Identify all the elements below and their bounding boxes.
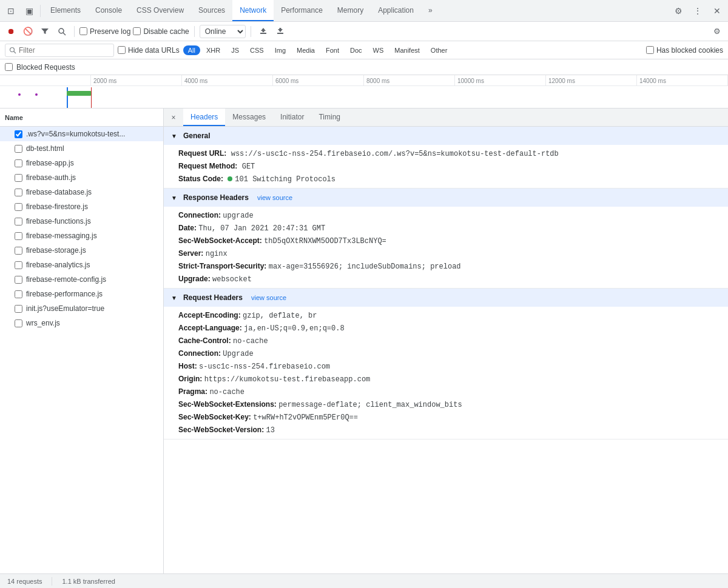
dock-icon[interactable]: ⊡ [2, 2, 19, 19]
file-row-firebase-app[interactable]: firebase-app.js [0, 156, 163, 170]
file-checkbox-firebase-functions[interactable] [15, 218, 22, 226]
timeline-ruler: 2000 ms 4000 ms 6000 ms 8000 ms 10000 ms… [0, 75, 728, 86]
pill-img[interactable]: Img [270, 45, 291, 55]
file-row-firebase-remote-config[interactable]: firebase-remote-config.js [0, 272, 163, 287]
file-row-firebase-storage[interactable]: firebase-storage.js [0, 243, 163, 258]
request-header-row: Origin: https://kumokotsu-test.firebasea… [164, 373, 728, 386]
pill-doc[interactable]: Doc [345, 45, 367, 55]
file-row-firebase-auth[interactable]: firebase-auth.js [0, 170, 163, 185]
pill-js[interactable]: JS [226, 45, 244, 55]
file-row-firebase-functions[interactable]: firebase-functions.js [0, 214, 163, 229]
file-checkbox-wrs-env[interactable] [15, 319, 22, 327]
general-section-header[interactable]: ▼ General [164, 127, 728, 145]
pill-ws[interactable]: WS [368, 45, 389, 55]
request-headers-section-header[interactable]: ▼ Request Headers view source [164, 289, 728, 307]
hide-data-urls-label[interactable]: Hide data URLs [118, 46, 180, 55]
record-button[interactable]: ⏺ [4, 24, 18, 39]
disable-cache-checkbox[interactable] [133, 27, 141, 35]
settings-icon[interactable]: ⚙ [670, 2, 687, 19]
panel-tab-initiator[interactable]: Initiator [273, 109, 311, 126]
panel-tab-headers[interactable]: Headers [183, 109, 225, 126]
file-name-init-use-emulator: init.js?useEmulator=true [26, 304, 104, 313]
response-headers-section: ▼ Response Headers view source Connectio… [164, 189, 728, 289]
status-code-key: Status Code: [178, 175, 223, 183]
header-key: Strict-Transport-Security: [178, 262, 266, 270]
pill-other[interactable]: Other [426, 45, 453, 55]
responsive-icon[interactable]: ▣ [21, 2, 38, 19]
file-checkbox-firebase-firestore[interactable] [15, 203, 22, 211]
file-row-firebase-analytics[interactable]: firebase-analytics.js [0, 258, 163, 272]
tab-memory[interactable]: Memory [330, 0, 371, 21]
file-checkbox-ws-file[interactable] [15, 130, 22, 138]
preserve-log-checkbox[interactable] [79, 27, 87, 35]
tab-network[interactable]: Network [232, 0, 274, 21]
file-checkbox-db-test[interactable] [15, 145, 22, 153]
header-val: Thu, 07 Jan 2021 20:47:31 GMT [198, 224, 325, 233]
file-checkbox-firebase-auth[interactable] [15, 174, 22, 182]
file-checkbox-firebase-analytics[interactable] [15, 261, 22, 269]
file-list-body: .ws?v=5&ns=kumokotsu-test... db-test.htm… [0, 127, 163, 330]
file-checkbox-firebase-performance[interactable] [15, 290, 22, 298]
panel-tab-messages[interactable]: Messages [225, 109, 273, 126]
has-blocked-cookies-label[interactable]: Has blocked cookies [646, 46, 723, 55]
close-devtools-icon[interactable]: ✕ [709, 2, 726, 19]
header-key: Origin: [178, 375, 202, 383]
response-headers-body: Connection: upgradeDate: Thu, 07 Jan 202… [164, 207, 728, 288]
import-har-button[interactable] [256, 24, 271, 39]
file-checkbox-firebase-database[interactable] [15, 189, 22, 196]
request-header-row: Connection: Upgrade [164, 347, 728, 360]
preserve-log-label[interactable]: Preserve log [79, 27, 130, 36]
search-button[interactable] [55, 24, 69, 39]
file-checkbox-firebase-remote-config[interactable] [15, 276, 22, 284]
file-row-firebase-firestore[interactable]: firebase-firestore.js [0, 199, 163, 214]
header-val: max-age=31556926; includeSubDomains; pre… [269, 262, 461, 271]
file-row-init-use-emulator[interactable]: init.js?useEmulator=true [0, 301, 163, 316]
request-header-row: Sec-WebSocket-Version: 13 [164, 424, 728, 436]
file-checkbox-firebase-messaging[interactable] [15, 232, 22, 240]
pill-media[interactable]: Media [292, 45, 320, 55]
throttle-select[interactable]: Online Fast 3G Slow 3G Offline [200, 25, 246, 38]
file-row-db-test[interactable]: db-test.html [0, 141, 163, 156]
file-checkbox-firebase-storage[interactable] [15, 247, 22, 255]
network-settings-icon[interactable]: ⚙ [710, 24, 724, 39]
tab-sources[interactable]: Sources [191, 0, 232, 21]
file-row-firebase-messaging[interactable]: firebase-messaging.js [0, 229, 163, 243]
pill-manifest[interactable]: Manifest [389, 45, 425, 55]
right-panel: × Headers Messages Initiator Timing ▼ Ge… [164, 109, 728, 573]
request-headers-view-source[interactable]: view source [251, 294, 286, 301]
tab-more[interactable]: » [421, 0, 440, 21]
tab-css-overview[interactable]: CSS Overview [129, 0, 191, 21]
hide-data-urls-checkbox[interactable] [118, 46, 126, 54]
file-name-firebase-functions: firebase-functions.js [26, 217, 91, 226]
file-row-firebase-database[interactable]: firebase-database.js [0, 185, 163, 199]
response-headers-view-source[interactable]: view source [257, 194, 292, 201]
pill-css[interactable]: CSS [245, 45, 269, 55]
export-har-button[interactable] [273, 24, 288, 39]
tick-14000: 14000 ms [637, 75, 728, 85]
file-row-wrs-env[interactable]: wrs_env.js [0, 316, 163, 330]
pill-all[interactable]: All [183, 45, 200, 55]
svg-marker-5 [278, 28, 283, 32]
general-section-label: General [183, 132, 211, 140]
filter-button[interactable] [38, 24, 52, 39]
tab-application[interactable]: Application [371, 0, 421, 21]
file-checkbox-init-use-emulator[interactable] [15, 305, 22, 313]
response-headers-section-header[interactable]: ▼ Response Headers view source [164, 189, 728, 207]
more-options-icon[interactable]: ⋮ [689, 2, 706, 19]
tab-performance[interactable]: Performance [274, 0, 330, 21]
tab-console[interactable]: Console [88, 0, 129, 21]
disable-cache-label[interactable]: Disable cache [133, 27, 189, 36]
panel-close-button[interactable]: × [166, 110, 181, 125]
svg-line-1 [63, 33, 66, 35]
file-row-firebase-performance[interactable]: firebase-performance.js [0, 287, 163, 301]
tab-elements[interactable]: Elements [43, 0, 88, 21]
blocked-requests-checkbox[interactable] [5, 63, 13, 71]
pill-xhr[interactable]: XHR [201, 45, 225, 55]
filter-input[interactable] [19, 46, 110, 55]
pill-font[interactable]: Font [321, 45, 344, 55]
clear-button[interactable]: 🚫 [21, 24, 35, 39]
has-blocked-cookies-checkbox[interactable] [646, 46, 654, 54]
file-checkbox-firebase-app[interactable] [15, 159, 22, 167]
file-row-ws-file[interactable]: .ws?v=5&ns=kumokotsu-test... [0, 127, 163, 141]
panel-tab-timing[interactable]: Timing [311, 109, 348, 126]
